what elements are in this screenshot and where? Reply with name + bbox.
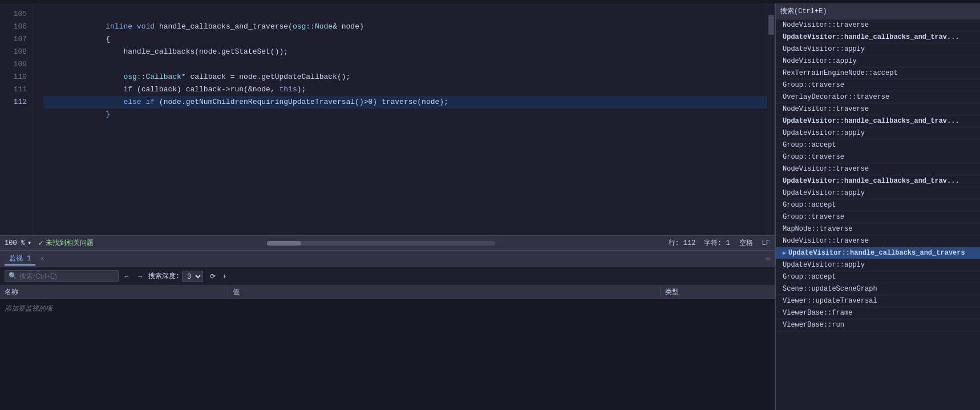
callstack-item[interactable]: Group::accept (776, 199, 980, 211)
callstack-item[interactable]: ViewerBase::run (776, 319, 980, 331)
no-problems-text: 未找到相关问题 (46, 238, 94, 248)
watch-toolbar: 🔍 ← → 搜索深度: 3 1 2 4 5 (0, 267, 775, 286)
line-111: 111 (0, 83, 34, 96)
callstack-item-label: NodeVisitor::traverse (783, 21, 869, 29)
callstack-item[interactable]: Group::traverse (776, 211, 980, 223)
zoom-value: 100 % (5, 239, 25, 247)
callstack-item[interactable]: Viewer::updateTraversal (776, 295, 980, 307)
status-right: 行: 112 字符: 1 空格 LF (669, 238, 770, 248)
col-indicator: 字符: 1 (704, 239, 730, 247)
callstack-item-label: Group::accept (783, 201, 836, 209)
code-line-109: osg::Callback* callback = node.getUpdate… (43, 58, 767, 71)
bottom-panel: 监视 1 × ⊕ 🔍 ← → 搜索深度: 3 (0, 250, 775, 410)
callstack-item[interactable]: Group::traverse (776, 151, 980, 163)
callstack-item[interactable]: UpdateVisitor::apply (776, 127, 980, 139)
callstack-item-label: ViewerBase::frame (783, 309, 852, 317)
callstack-item-label: UpdateVisitor::apply (783, 129, 865, 137)
search-next-button[interactable]: → (135, 271, 146, 282)
row-col-status: 行: 112 字符: 1 (669, 238, 730, 248)
callstack-item[interactable]: NodeVisitor::traverse (776, 19, 980, 31)
scrollbar-thumb (768, 15, 774, 35)
callstack-item-label: UpdateVisitor::handle_callbacks_and_trav… (783, 33, 959, 41)
panel-close-button[interactable]: × (40, 255, 44, 263)
callstack-item-label: ViewerBase::run (783, 321, 844, 329)
callstack-search-input[interactable] (829, 7, 975, 15)
col-type-header: 类型 (661, 287, 775, 297)
zoom-control[interactable]: 100 % ▾ (5, 239, 31, 247)
next-icon: → (137, 272, 144, 280)
line-110: 110 (0, 71, 34, 83)
main-area: 105 106 107 108 109 110 111 112 inline v… (0, 3, 980, 410)
callstack-item[interactable]: UpdateVisitor::apply (776, 187, 980, 199)
callstack-item-label: RexTerrainEngineNode::accept (783, 69, 898, 77)
callstack-item[interactable]: Scene::updateSceneGraph (776, 283, 980, 295)
code-line-105: inline void handle_callbacks_and_travers… (43, 8, 767, 21)
callstack-item[interactable]: ▶UpdateVisitor::handle_callbacks_and_tra… (776, 247, 980, 259)
line-112: 112 (0, 96, 34, 108)
watch-search-input[interactable] (19, 272, 115, 280)
callstack-item-label: UpdateVisitor::handle_callbacks_and_trav… (783, 177, 959, 185)
callstack-item-label: NodeVisitor::traverse (783, 165, 869, 173)
search-icon: 🔍 (9, 272, 17, 280)
callstack-item-label: Scene::updateSceneGraph (783, 285, 877, 293)
col-name-header: 名称 (0, 287, 228, 297)
callstack-item[interactable]: NodeVisitor::traverse (776, 103, 980, 115)
line-105: 105 (0, 8, 34, 21)
horizontal-scrollbar-thumb (267, 241, 301, 246)
callstack-item[interactable]: MapNode::traverse (776, 223, 980, 235)
callstack-item-label: Group::accept (783, 141, 836, 149)
scrollbar-track-area[interactable] (100, 241, 662, 246)
callstack-item[interactable]: NodeVisitor::traverse (776, 235, 980, 247)
watch-search-box[interactable]: 🔍 (5, 270, 119, 282)
callstack-item[interactable]: UpdateVisitor::handle_callbacks_and_trav… (776, 175, 980, 187)
add-button[interactable]: + (220, 271, 229, 282)
callstack-item[interactable]: ViewerBase::frame (776, 307, 980, 319)
callstack-item-label: MapNode::traverse (783, 225, 852, 233)
no-problems-status: ✓ 未找到相关问题 (38, 238, 93, 248)
callstack-item-label: Group::accept (783, 273, 836, 281)
callstack-item-label: Group::traverse (783, 153, 844, 161)
callstack-item-label: NodeVisitor::apply (783, 57, 857, 65)
callstack-item[interactable]: UpdateVisitor::apply (776, 259, 980, 271)
refresh-button[interactable]: ⟳ (208, 271, 218, 282)
callstack-list: NodeVisitor::traverseUpdateVisitor::hand… (776, 19, 980, 410)
scrollbar-right[interactable] (767, 3, 775, 235)
horizontal-scrollbar[interactable] (267, 241, 495, 246)
callstack-item[interactable]: Group::accept (776, 271, 980, 283)
callstack-item-label: UpdateVisitor::apply (783, 261, 865, 269)
refresh-icon: ⟳ (210, 272, 216, 280)
line-numbers: 105 106 107 108 109 110 111 112 (0, 3, 34, 235)
col-value-header: 值 (228, 287, 661, 297)
zoom-dropdown-icon[interactable]: ▾ (27, 239, 31, 247)
callstack-item-label: Group::traverse (783, 213, 844, 221)
callstack-search-label: 搜索(Ctrl+E) (780, 6, 827, 16)
watch-empty-hint: 添加要监视的项 (0, 299, 775, 318)
callstack-item[interactable]: NodeVisitor::traverse (776, 163, 980, 175)
callstack-item[interactable]: UpdateVisitor::apply (776, 43, 980, 55)
encoding-indicator: LF (762, 239, 770, 247)
callstack-item[interactable]: RexTerrainEngineNode::accept (776, 67, 980, 79)
watch-tab[interactable]: 监视 1 (5, 252, 35, 266)
panel-pin-button[interactable]: ⊕ (766, 255, 770, 263)
callstack-item[interactable]: UpdateVisitor::handle_callbacks_and_trav… (776, 31, 980, 43)
callstack-panel: 搜索(Ctrl+E) NodeVisitor::traverseUpdateVi… (775, 3, 980, 410)
callstack-item-label: UpdateVisitor::apply (783, 45, 865, 53)
callstack-item-label: Group::traverse (783, 81, 844, 89)
search-prev-button[interactable]: ← (121, 271, 132, 282)
callstack-item[interactable]: UpdateVisitor::handle_callbacks_and_trav… (776, 115, 980, 127)
depth-label: 搜索深度: (148, 271, 180, 281)
callstack-item[interactable]: NodeVisitor::apply (776, 55, 980, 67)
line-109: 109 (0, 58, 34, 71)
line-106: 106 (0, 21, 34, 33)
depth-select[interactable]: 3 1 2 4 5 (182, 271, 203, 282)
code-content[interactable]: inline void handle_callbacks_and_travers… (34, 3, 767, 235)
callstack-item[interactable]: OverlayDecorator::traverse (776, 91, 980, 103)
code-panel: 105 106 107 108 109 110 111 112 inline v… (0, 3, 775, 410)
watch-table-header: 名称 值 类型 (0, 286, 775, 299)
callstack-item[interactable]: Group::traverse (776, 79, 980, 91)
bottom-panel-header: 监视 1 × ⊕ (0, 251, 775, 267)
callstack-item[interactable]: Group::accept (776, 139, 980, 151)
callstack-search-area: 搜索(Ctrl+E) (776, 3, 980, 19)
callstack-item-label: Viewer::updateTraversal (783, 297, 877, 305)
row-indicator: 行: 112 (669, 239, 696, 247)
